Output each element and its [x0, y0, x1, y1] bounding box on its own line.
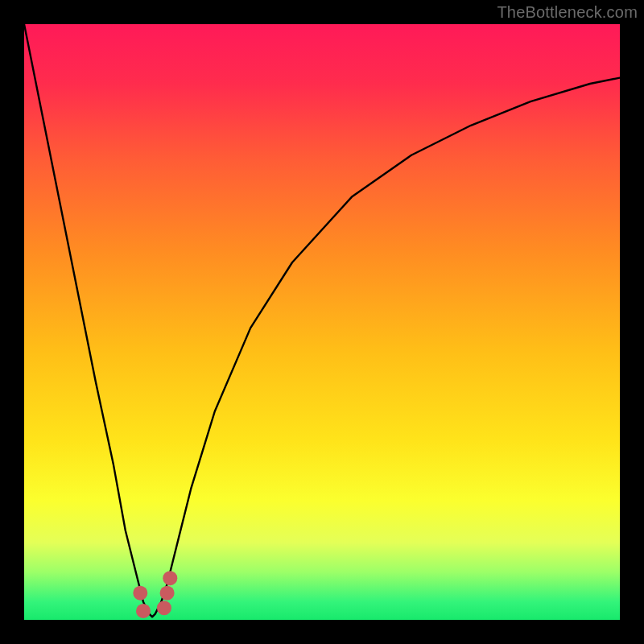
optimal-marker-dot [136, 604, 151, 618]
chart-frame: TheBottleneck.com [0, 0, 644, 644]
watermark-label: TheBottleneck.com [497, 3, 638, 22]
plot-area [24, 24, 620, 620]
bottleneck-curve [24, 24, 620, 620]
optimal-marker-dot [163, 571, 177, 585]
optimal-marker-dot [157, 601, 171, 615]
optimal-marker-dot [160, 586, 175, 601]
optimal-marker-dot [133, 586, 147, 601]
